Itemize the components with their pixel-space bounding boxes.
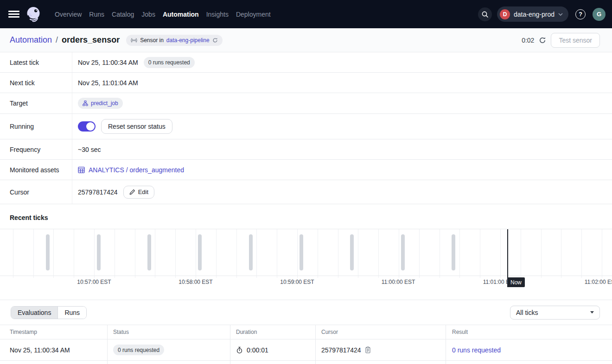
axis-label: 11:00:00 EST [382,279,415,285]
gridline [338,229,338,278]
tab-evaluations[interactable]: Evaluations [11,307,57,319]
code-location-link[interactable]: data-eng-pipeline [166,37,210,44]
edit-cursor-button[interactable]: Edit [123,186,154,199]
table-row-partial [0,361,612,364]
ticks-table: Timestamp Status Duration Cursor Result … [0,325,612,364]
search-icon [481,11,489,18]
header-actions: 0:02 Test sensor [522,33,600,48]
menu-button[interactable] [8,9,19,20]
gridline [358,229,358,278]
gridline [581,229,582,278]
toggle-knob [86,122,95,131]
next-tick-value: Nov 25, 11:01:04 AM [78,79,138,87]
evaluations-runs-tabs: Evaluations Runs [11,306,87,319]
column-header-timestamp: Timestamp [0,325,108,339]
gridline [53,229,54,278]
property-label: Next tick [0,73,72,93]
nav-right-controls: D data-eng-prod ? G [478,6,606,22]
stopwatch-icon [236,346,243,354]
frequency-value: ~30 sec [78,146,101,153]
axis-label: 10:59:00 EST [280,279,314,285]
gridline [602,229,602,278]
column-header-result: Result [446,325,612,339]
test-sensor-button[interactable]: Test sensor [551,33,600,48]
target-job-pill[interactable]: predict_job [78,98,123,109]
property-label: Latest tick [0,52,72,72]
gridline [13,229,13,278]
user-avatar[interactable]: G [593,8,606,21]
gridline [216,229,217,278]
tick-bar[interactable] [46,234,50,270]
sensor-location-badge: Sensor in data-eng-pipeline [126,35,222,46]
primary-nav: Overview Runs Catalog Jobs Automation In… [55,9,271,20]
tick-bar[interactable] [350,234,354,270]
reload-location-icon[interactable] [212,38,218,43]
gridline [277,229,277,278]
cell-duration: 0:00:01 [230,339,316,360]
workspace-switcher[interactable]: D data-eng-prod [497,6,568,22]
top-nav: Overview Runs Catalog Jobs Automation In… [0,0,612,28]
tick-filter-value: All ticks [516,309,538,316]
tick-bar[interactable] [147,234,151,270]
reset-sensor-status-button[interactable]: Reset sensor status [101,119,172,134]
sensor-badge-label: Sensor in [140,37,164,44]
status-badge: 0 runs requested [113,345,164,355]
property-label: Target [0,93,72,113]
nav-item-overview[interactable]: Overview [55,9,82,20]
property-row-running: Running Reset sensor status [0,114,612,139]
tick-bar[interactable] [249,234,253,270]
nav-item-runs[interactable]: Runs [89,9,104,20]
latest-tick-status-badge: 0 runs requested [144,57,195,68]
now-badge: Now [507,277,525,287]
nav-item-deployment[interactable]: Deployment [236,9,271,20]
tick-bar[interactable] [300,234,303,270]
result-link[interactable]: 0 runs requested [452,346,501,354]
target-job-link[interactable]: predict_job [91,100,118,107]
cell-cursor: 25797817424 [316,339,446,360]
gridline [33,229,34,278]
gridline [155,229,155,278]
recent-ticks-heading: Recent ticks [0,204,612,229]
cell-result: 0 runs requested [446,339,612,360]
pencil-icon [129,189,135,195]
refresh-button[interactable] [539,37,546,44]
nav-item-jobs[interactable]: Jobs [141,9,155,20]
gridline [500,229,501,278]
gridline [175,229,176,278]
tick-bar[interactable] [401,234,405,270]
property-label: Cursor [0,180,72,204]
gridline [74,229,74,278]
gridline [378,229,379,278]
axis-label: 11:02:00 EST [585,279,612,285]
gridline [94,229,95,278]
breadcrumb-automation-link[interactable]: Automation [10,35,52,45]
copy-cursor-icon[interactable] [365,346,371,353]
search-button[interactable] [478,7,492,21]
dagster-logo-icon[interactable] [24,5,43,24]
tick-bar[interactable] [198,234,202,270]
axis-label: 10:57:00 EST [77,279,111,285]
running-toggle[interactable] [78,121,96,132]
nav-item-insights[interactable]: Insights [206,9,229,20]
recent-ticks-section: Recent ticks 10:57:00 EST10:58:00 EST10:… [0,204,612,300]
axis-label: 10:58:00 EST [178,279,212,285]
property-row-monitored-assets: Monitored assets ANALYTICS / orders_augm… [0,160,612,180]
workspace-name: data-eng-prod [514,11,555,18]
tick-bar[interactable] [97,234,101,270]
tick-bar[interactable] [452,234,455,270]
monitored-asset-link[interactable]: ANALYTICS / orders_augmented [78,166,184,174]
property-row-next-tick: Next tick Nov 25, 11:01:04 AM [0,73,612,93]
tab-runs[interactable]: Runs [57,307,86,319]
ticks-timeline: 10:57:00 EST10:58:00 EST10:59:00 EST11:0… [0,229,612,300]
latest-tick-value: Nov 25, 11:00:34 AM [78,59,138,66]
nav-item-catalog[interactable]: Catalog [112,9,134,20]
tick-filter-select[interactable]: All ticks [510,306,600,320]
help-button[interactable]: ? [575,9,586,19]
gridline [256,229,257,278]
gridline [480,229,480,278]
page-header: Automation / orders_sensor Sensor in dat… [0,28,612,52]
evaluations-toolbar: Evaluations Runs All ticks [0,300,612,325]
nav-item-automation[interactable]: Automation [163,9,199,20]
property-label: Frequency [0,139,72,159]
gridline [297,229,298,278]
